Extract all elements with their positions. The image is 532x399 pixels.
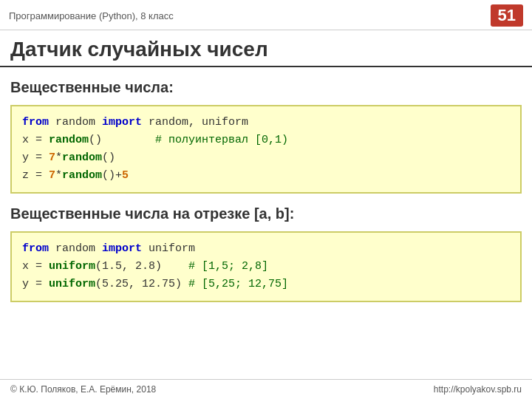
page-number: 51 (491, 4, 523, 27)
code2-line-1: from random import uniform (22, 240, 510, 258)
code-line-1: from random import random, uniform (22, 114, 510, 132)
code2-line-3: y = uniform(5.25, 12.75) # [5,25; 12,75] (22, 276, 510, 293)
footer: © К.Ю. Поляков, Е.А. Ерёмин, 2018 http:/… (0, 379, 532, 399)
code-line-3: y = 7*random() (22, 149, 510, 167)
url-label: http://kpolyakov.spb.ru (434, 384, 522, 395)
code-block-1: from random import random, uniform x = r… (10, 105, 522, 194)
subject-label: Программирование (Python), 8 класс (9, 10, 174, 21)
code-line-2: x = random() # полуинтервал [0,1) (22, 132, 510, 149)
kw-from: from (22, 116, 49, 129)
page-title: Датчик случайных чисел (0, 30, 532, 67)
code-block-2: from random import uniform x = uniform(1… (10, 231, 522, 302)
copyright-label: © К.Ю. Поляков, Е.А. Ерёмин, 2018 (10, 384, 156, 395)
kw-import: import (102, 116, 142, 129)
section2-label: Вещественные числа на отрезке [a, b]: (0, 201, 532, 227)
code2-line-2: x = uniform(1.5, 2.8) # [1,5; 2,8] (22, 258, 510, 276)
section1-label: Вещественные числа: (0, 75, 532, 100)
kw-from2: from (22, 242, 49, 255)
kw-import2: import (102, 242, 142, 255)
header: Программирование (Python), 8 класс 51 (0, 0, 532, 30)
code-line-4: z = 7*random()+5 (22, 167, 510, 185)
